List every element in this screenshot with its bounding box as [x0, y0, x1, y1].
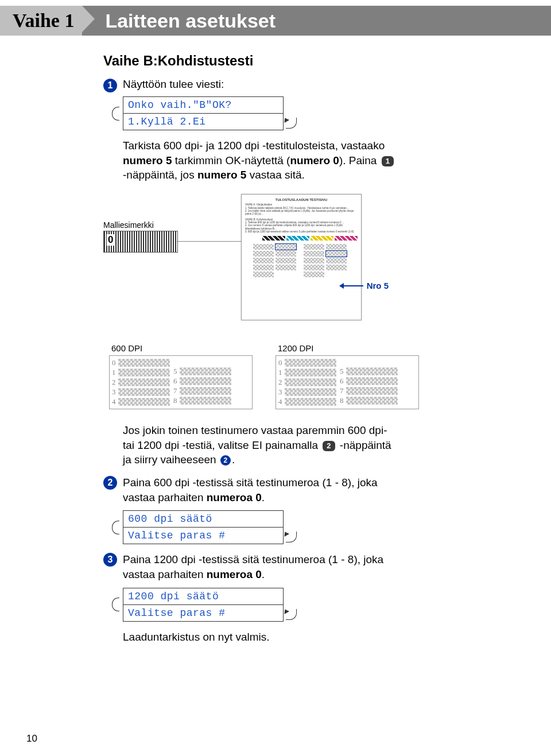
step-3: 3 Paina 1200 dpi -testissä sitä testinum…: [103, 552, 517, 581]
step-number-1: 1: [103, 79, 117, 92]
page-number: 10: [26, 733, 37, 745]
cyan-bar-icon: [286, 236, 309, 241]
step-ref-2: 2: [220, 455, 231, 466]
key-1-button: 1: [382, 156, 394, 166]
test-sheet-illustration: TULOSTUSLAADUN TESTISIVU VAIHE A: Värija…: [241, 194, 362, 320]
sheet-text: VAIHE B: Kohdistustesti1. Tarkista 600 d…: [245, 218, 358, 234]
loop-arrow-icon: [282, 608, 289, 614]
section-b-heading: Vaihe B:Kohdistustesti: [103, 53, 517, 69]
black-bar-icon: [262, 236, 285, 241]
magenta-bar-icon: [335, 236, 358, 241]
content-area: Vaihe B:Kohdistustesti 1 Näyttöön tulee …: [103, 53, 517, 644]
step-1-paragraph-2: Jos jokin toinen testinumero vastaa pare…: [123, 423, 398, 467]
sheet-text: VAIHE A: Värijauheiden1. Tarkista kaikki…: [245, 203, 358, 216]
step-3-text: Paina 1200 dpi -testissä sitä testinumer…: [123, 552, 387, 581]
lcd-line: 600 dpi säätö: [123, 511, 283, 527]
dpi-1200-block: 1200 DPI 0 1 2 3 4 5 6 7 8: [276, 343, 419, 409]
dpi-1200-title: 1200 DPI: [276, 343, 419, 353]
lcd-line: 1.Kyllä 2.Ei: [123, 113, 283, 130]
sample-barcode: [103, 231, 178, 253]
nro5-label: Nro 5: [367, 281, 389, 290]
lcd-display-3: 1200 dpi säätö Valitse paras #: [123, 588, 284, 622]
step-1-paragraph: Tarkista 600 dpi- ja 1200 dpi -testitulo…: [123, 138, 398, 183]
sheet-title: TULOSTUSLAADUN TESTISIVU: [245, 198, 358, 201]
step-number-2: 2: [103, 476, 117, 490]
page-header: Vaihe 1 Laitteen asetukset: [0, 6, 551, 36]
lcd-line: 1200 dpi säätö: [123, 588, 283, 604]
sample-zero: 0: [107, 234, 114, 246]
step-number-3: 3: [103, 553, 117, 567]
header-title: Laitteen asetukset: [82, 6, 551, 36]
step-1: 1 Näyttöön tulee viesti:: [103, 78, 517, 91]
yellow-bar-icon: [311, 236, 333, 241]
lcd-line: Valitse paras #: [123, 527, 283, 544]
dpi-comparison-row: 600 DPI 0 1 2 3 4 5 6 7 8 1200 DPI: [109, 343, 517, 409]
lcd-line: Onko vaih."B"OK?: [123, 97, 283, 113]
loop-arrow-icon: [282, 117, 289, 123]
step-2: 2 Paina 600 dpi -testissä sitä testinume…: [103, 475, 517, 505]
dpi-600-title: 600 DPI: [109, 343, 253, 353]
lcd-line: Valitse paras #: [123, 604, 283, 621]
sample-label: Malliesimerkki: [103, 220, 154, 230]
arrow-icon: [343, 285, 363, 286]
key-2-button: 2: [323, 441, 335, 451]
completion-text: Laaduntarkistus on nyt valmis.: [123, 630, 398, 645]
step-1-intro: Näyttöön tulee viesti:: [123, 78, 517, 91]
mini-alignment-grids: [245, 244, 358, 278]
lcd-display-1: Onko vaih."B"OK? 1.Kyllä 2.Ei: [123, 96, 284, 130]
sample-illustration: Malliesimerkki 0 TULOSTUSLAADUN TESTISIV…: [103, 194, 517, 332]
lcd-display-2: 600 dpi säätö Valitse paras #: [123, 510, 284, 544]
dpi-600-block: 600 DPI 0 1 2 3 4 5 6 7 8: [109, 343, 253, 409]
color-bars: [245, 236, 358, 241]
loop-arrow-icon: [282, 530, 289, 537]
step-2-text: Paina 600 dpi -testissä sitä testinumero…: [123, 475, 387, 505]
step-tab: Vaihe 1: [0, 6, 82, 36]
